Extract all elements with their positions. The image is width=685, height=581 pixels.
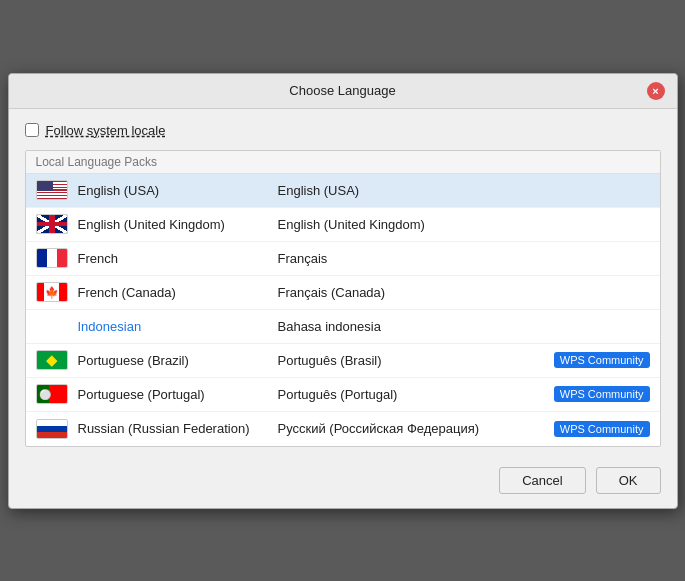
dialog-footer: Cancel OK — [9, 457, 677, 508]
flag-uk-icon — [36, 214, 68, 234]
language-row[interactable]: English (USA)English (USA) — [26, 174, 660, 208]
language-name: Russian (Russian Federation) — [78, 421, 278, 436]
follow-system-locale-checkbox[interactable] — [25, 123, 39, 137]
dialog-body: Follow system locale Local Language Pack… — [9, 109, 677, 457]
language-name: French — [78, 251, 278, 266]
language-row[interactable]: Russian (Russian Federation)Русский (Рос… — [26, 412, 660, 446]
language-row[interactable]: IndonesianBahasa indonesia — [26, 310, 660, 344]
dialog-title: Choose Language — [39, 83, 647, 98]
language-name: French (Canada) — [78, 285, 278, 300]
wps-community-badge: WPS Community — [554, 352, 650, 368]
language-native-name: Français (Canada) — [278, 285, 650, 300]
close-button[interactable]: × — [647, 82, 665, 100]
language-row[interactable]: 🍁French (Canada)Français (Canada) — [26, 276, 660, 310]
language-rows: English (USA)English (USA)English (Unite… — [26, 174, 660, 446]
language-native-name: English (United Kingdom) — [278, 217, 650, 232]
cancel-button[interactable]: Cancel — [499, 467, 585, 494]
flag-ca-icon: 🍁 — [36, 282, 68, 302]
language-native-name: Português (Portugal) — [278, 387, 546, 402]
wps-community-badge: WPS Community — [554, 386, 650, 402]
language-native-name: Русский (Российская Федерация) — [278, 421, 546, 436]
flag-ru-icon — [36, 419, 68, 439]
language-native-name: English (USA) — [278, 183, 650, 198]
title-bar: Choose Language × — [9, 74, 677, 109]
language-name: English (USA) — [78, 183, 278, 198]
language-name: English (United Kingdom) — [78, 217, 278, 232]
wps-community-badge: WPS Community — [554, 421, 650, 437]
section-header: Local Language Packs — [26, 151, 660, 174]
language-name: Portuguese (Portugal) — [78, 387, 278, 402]
language-table: Local Language Packs English (USA)Englis… — [25, 150, 661, 447]
choose-language-dialog: Choose Language × Follow system locale L… — [8, 73, 678, 509]
language-row[interactable]: FrenchFrançais — [26, 242, 660, 276]
flag-br-icon — [36, 350, 68, 370]
flag-fr-icon — [36, 248, 68, 268]
ok-button[interactable]: OK — [596, 467, 661, 494]
language-name: Portuguese (Brazil) — [78, 353, 278, 368]
language-native-name: Bahasa indonesia — [278, 319, 650, 334]
language-native-name: Português (Brasil) — [278, 353, 546, 368]
follow-system-locale-row: Follow system locale — [25, 123, 661, 138]
flag-pt-icon — [36, 384, 68, 404]
language-native-name: Français — [278, 251, 650, 266]
language-row[interactable]: English (United Kingdom)English (United … — [26, 208, 660, 242]
language-row[interactable]: Portuguese (Brazil)Português (Brasil)WPS… — [26, 344, 660, 378]
follow-system-locale-label[interactable]: Follow system locale — [46, 123, 166, 138]
language-row[interactable]: Portuguese (Portugal)Português (Portugal… — [26, 378, 660, 412]
flag-usa-icon — [36, 180, 68, 200]
language-name: Indonesian — [78, 319, 278, 334]
